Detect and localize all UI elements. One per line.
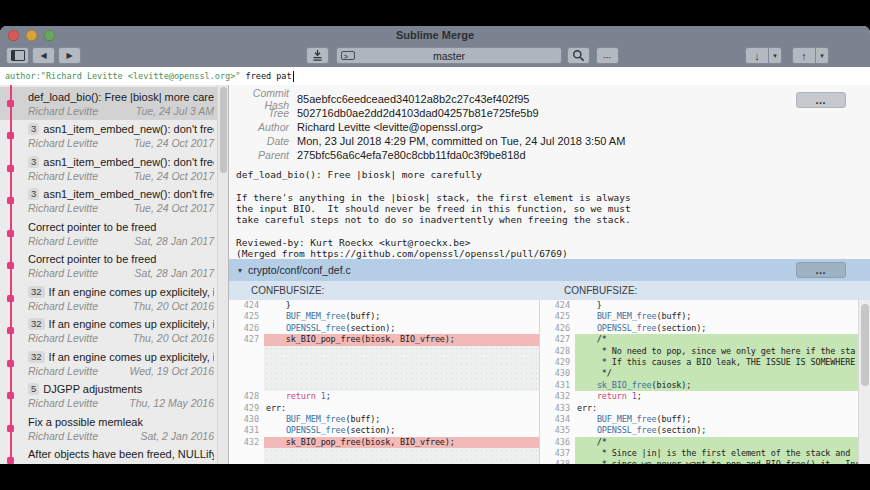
- commit-author: Richard Levitte: [28, 430, 98, 442]
- commit-row[interactable]: Correct pointer to be freedRichard Levit…: [0, 250, 228, 283]
- search-button[interactable]: [567, 47, 590, 64]
- diff-line: 432 return 1;: [540, 391, 870, 402]
- line-number: 432: [540, 391, 575, 402]
- commit-row[interactable]: Fix a possible memleakRichard LevitteSat…: [0, 412, 228, 445]
- commit-meta: Richard LevitteThu, 20 Oct 2016: [28, 332, 214, 344]
- pull-options-button[interactable]: ▾: [769, 47, 782, 64]
- commit-row[interactable]: 32If an engine comes up explicitely, it …: [0, 315, 228, 348]
- line-number: 437: [540, 448, 575, 459]
- diff-code: * since we never want to pop and BIO_fre…: [575, 459, 870, 464]
- diff-line: 426 OPENSSL_free(section);: [540, 323, 870, 334]
- commit-meta: Richard LevitteTue, 24 Oct 2017: [28, 170, 214, 182]
- commit-row[interactable]: 3asn1_item_embed_new(): don't free an em…: [0, 185, 228, 218]
- line-number: 425: [540, 311, 575, 322]
- detail-value: 502716db0ae2dd2d4103dad04257b81e725fe5b9: [297, 107, 539, 119]
- text-cursor: [293, 71, 294, 82]
- diff-scrollbar-thumb[interactable]: [861, 304, 869, 386]
- commit-title-line: 32If an engine comes up explicitely, it …: [28, 282, 214, 298]
- toggle-sidebar-button[interactable]: [6, 47, 29, 64]
- filter-input[interactable]: author:"Richard Levitte <levitte@openssl…: [0, 67, 870, 85]
- commit-button[interactable]: [306, 47, 329, 64]
- commit-author: Richard Levitte: [28, 202, 98, 214]
- line-number: 427: [229, 334, 264, 345]
- file-more-button[interactable]: …: [796, 262, 846, 278]
- commit-title-line: 32If an engine comes up explicitely, it …: [28, 315, 214, 331]
- forward-icon: ▶: [66, 52, 72, 60]
- diff-line: 435 OPENSSL_free(section);: [540, 425, 870, 436]
- commit-author: Richard Levitte: [28, 235, 98, 247]
- detail-row: Parent275bfc56a6c4efa7e80c8cbb11fda0c3f9…: [229, 148, 870, 162]
- diff-gap: [229, 448, 539, 464]
- diff-code: err:: [575, 403, 870, 414]
- commit-author: Richard Levitte: [28, 267, 98, 279]
- line-number: 433: [540, 403, 575, 414]
- detail-rows: Commit Hash85aebfcc6eedceaed34012a8b2c27…: [229, 92, 870, 162]
- hunk-context-left: CONFBUFSIZE:: [229, 281, 540, 300]
- diff-code: BUF_MEM_free(buff);: [575, 311, 870, 322]
- push-options-button[interactable]: ▾: [816, 47, 829, 64]
- pull-button[interactable]: ↓: [745, 47, 769, 64]
- commit-row[interactable]: 32If an engine comes up explicitely, it …: [0, 347, 228, 380]
- commit-row[interactable]: def_load_bio(): Free |biosk| more carefu…: [0, 87, 228, 120]
- app-window: Sublime Merge ◀ ▶ > master: [0, 26, 870, 464]
- commit-graph-line: [10, 85, 12, 464]
- commit-message-line: take careful steps not to do so inadvert…: [236, 214, 870, 225]
- commit-title: After objects have been freed, NULLify t…: [28, 448, 214, 460]
- commit-row[interactable]: Correct pointer to be freedRichard Levit…: [0, 217, 228, 250]
- more-icon: …: [603, 52, 612, 60]
- commit-title: DJGPP adjustments: [43, 383, 142, 395]
- commit-date: Wed, 19 Oct 2016: [130, 365, 214, 377]
- branch-selector[interactable]: > master: [336, 47, 562, 64]
- diff-code: sk_BIO_pop_free(biosk, BIO_vfree);: [264, 334, 539, 345]
- line-number: 425: [229, 311, 264, 322]
- commit-more-button[interactable]: …: [796, 92, 846, 108]
- file-diff-header[interactable]: ▾ crypto/conf/conf_def.c …: [229, 259, 870, 281]
- line-number: 430: [540, 368, 575, 379]
- line-number: 424: [229, 300, 264, 311]
- commit-author: Richard Levitte: [28, 462, 98, 464]
- commit-row[interactable]: 32If an engine comes up explicitely, it …: [0, 282, 228, 315]
- commit-message-line: If there's anything in the |biosk| stack…: [236, 192, 870, 203]
- line-number: 438: [540, 459, 575, 464]
- commit-row[interactable]: 3asn1_item_embed_new(): don't free an em…: [0, 152, 228, 185]
- sidebar-scrollbar-thumb[interactable]: [220, 87, 227, 173]
- commit-title-line: 3asn1_item_embed_new(): don't free an em…: [28, 152, 214, 168]
- commit-title-line: 5DJGPP adjustments: [28, 380, 214, 396]
- titlebar[interactable]: Sublime Merge: [0, 26, 870, 45]
- detail-label: Author: [229, 121, 289, 133]
- commit-row[interactable]: 5DJGPP adjustmentsRichard LevitteThu, 12…: [0, 380, 228, 413]
- collapse-triangle-icon[interactable]: ▾: [238, 266, 242, 275]
- commit-meta: Richard LevitteSat, 2 Jan 2016: [28, 430, 214, 442]
- commit-author: Richard Levitte: [28, 170, 98, 182]
- diff-code: * No need to pop, since we only get here…: [575, 346, 870, 357]
- diff-line: 427 /*: [540, 334, 870, 345]
- detail-value: 275bfc56a6c4efa7e80c8cbb11fda0c3f9be818d: [297, 149, 526, 161]
- commit-icon: [311, 49, 324, 62]
- detail-row: Commit Hash85aebfcc6eedceaed34012a8b2c27…: [229, 92, 870, 106]
- commit-meta: Richard LevitteTue, 24 Oct 2017: [28, 202, 214, 214]
- forward-button[interactable]: ▶: [58, 47, 81, 64]
- commit-title-line: def_load_bio(): Free |biosk| more carefu…: [28, 87, 214, 103]
- toolbar-more-button[interactable]: …: [596, 47, 619, 64]
- detail-value: Mon, 23 Jul 2018 4:29 PM, committed on T…: [297, 135, 625, 147]
- diff-code: * If this causes a BIO leak, THE ISSUE I…: [575, 357, 870, 368]
- line-number: 435: [540, 425, 575, 436]
- commit-row[interactable]: After objects have been freed, NULLify t…: [0, 445, 228, 465]
- diff-filler: [264, 346, 539, 392]
- commit-meta: Richard LevitteTue, 24 Oct 2017: [28, 137, 214, 149]
- diff-line: 437 * Since |in| is the first element of…: [540, 448, 870, 459]
- diff-line: 424 }: [540, 300, 870, 311]
- push-button[interactable]: ↑: [792, 47, 816, 64]
- back-button[interactable]: ◀: [32, 47, 55, 64]
- detail-row: AuthorRichard Levitte <levitte@openssl.o…: [229, 120, 870, 134]
- diff-code: BUF_MEM_free(buff);: [264, 414, 539, 425]
- diff-code: OPENSSL_free(section);: [264, 425, 539, 436]
- commit-row[interactable]: 3asn1_item_embed_new(): don't free an em…: [0, 120, 228, 153]
- commit-title-line: 3asn1_item_embed_new(): don't free an em…: [28, 185, 214, 201]
- diff-code: sk_BIO_free(biosk);: [575, 380, 870, 391]
- commit-count-badge: 32: [28, 318, 45, 330]
- commit-author: Richard Levitte: [28, 137, 98, 149]
- diff-line: 425 BUF_MEM_free(buff);: [540, 311, 870, 322]
- commit-title-line: After objects have been freed, NULLify t…: [28, 445, 214, 461]
- commit-message-line: def_load_bio(): Free |biosk| more carefu…: [236, 169, 870, 180]
